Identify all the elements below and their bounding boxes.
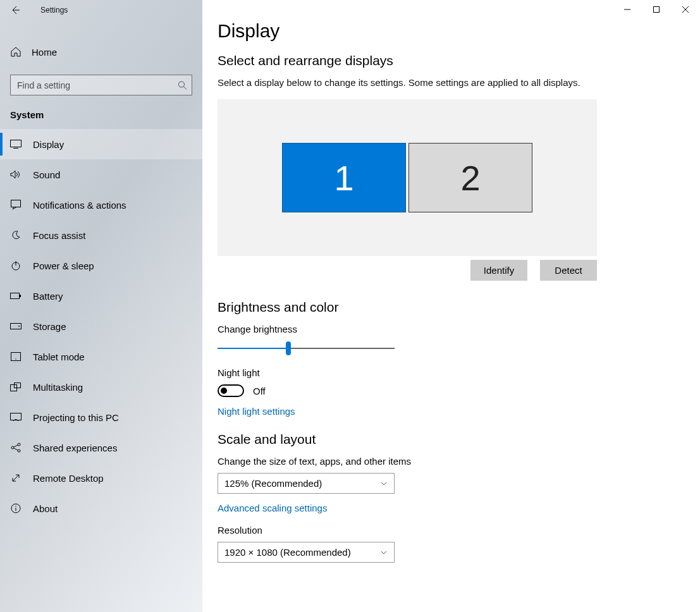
sidebar-item-multitasking[interactable]: Multitasking: [0, 372, 202, 402]
multitasking-icon: [10, 382, 21, 391]
power-icon: [10, 260, 21, 271]
close-button[interactable]: [671, 0, 700, 19]
focus-assist-icon: [10, 230, 21, 240]
window-controls: [613, 0, 700, 19]
back-arrow-icon: [10, 5, 20, 15]
sidebar-item-battery[interactable]: Battery: [0, 281, 202, 311]
page-title: Display: [218, 20, 700, 42]
sidebar-item-storage[interactable]: Storage: [0, 311, 202, 341]
section-brightness-title: Brightness and color: [218, 300, 700, 315]
remote-icon: [10, 473, 21, 483]
projecting-icon: [10, 413, 21, 422]
chevron-down-icon: [380, 480, 388, 487]
notifications-icon: [10, 200, 21, 210]
svg-point-18: [18, 443, 20, 446]
main-panel: Display Select and rearrange displays Se…: [202, 0, 700, 612]
search-icon: [178, 80, 187, 90]
sidebar-item-label: About: [33, 503, 58, 514]
brightness-slider[interactable]: [218, 341, 395, 356]
sidebar-item-label: Shared experiences: [33, 443, 117, 453]
svg-rect-3: [11, 140, 21, 147]
chevron-down-icon: [380, 549, 388, 556]
svg-line-2: [184, 87, 187, 90]
minimize-icon: [624, 6, 630, 13]
night-light-row: Off: [218, 384, 700, 397]
resolution-value: 1920 × 1080 (Recommended): [224, 547, 351, 558]
sidebar-nav: Display Sound Notifications & actions Fo…: [0, 129, 202, 523]
sidebar-item-label: Storage: [33, 321, 66, 332]
sidebar-item-power-sleep[interactable]: Power & sleep: [0, 250, 202, 281]
monitor-2[interactable]: 2: [408, 143, 532, 212]
night-light-state: Off: [253, 386, 266, 396]
brightness-label: Change brightness: [218, 324, 700, 334]
svg-rect-16: [11, 413, 21, 420]
resolution-label: Resolution: [218, 525, 700, 536]
detect-button[interactable]: Detect: [540, 260, 597, 281]
shared-icon: [10, 443, 21, 453]
sidebar-item-remote-desktop[interactable]: Remote Desktop: [0, 463, 202, 493]
sidebar-item-notifications[interactable]: Notifications & actions: [0, 190, 202, 220]
home-icon: [10, 46, 21, 58]
sidebar: Settings Home System Display Sound Notif…: [0, 0, 202, 612]
sidebar-item-tablet-mode[interactable]: Tablet mode: [0, 341, 202, 372]
sidebar-item-label: Battery: [33, 291, 63, 302]
svg-rect-9: [20, 295, 21, 297]
night-light-settings-link[interactable]: Night light settings: [218, 406, 295, 417]
sidebar-category: System: [0, 95, 202, 125]
sidebar-home[interactable]: Home: [0, 38, 202, 66]
sidebar-item-label: Tablet mode: [33, 352, 85, 362]
maximize-icon: [653, 6, 660, 13]
app-title: Settings: [40, 6, 68, 15]
svg-rect-8: [11, 293, 20, 299]
scale-value: 125% (Recommended): [224, 478, 322, 489]
minimize-button[interactable]: [613, 0, 642, 19]
night-light-label: Night light: [218, 367, 700, 378]
identify-button[interactable]: Identify: [470, 260, 527, 281]
close-icon: [682, 6, 689, 13]
slider-thumb[interactable]: [286, 341, 291, 355]
svg-line-20: [14, 445, 18, 447]
svg-line-21: [14, 448, 18, 450]
svg-rect-15: [15, 383, 21, 388]
arrange-button-row: Identify Detect: [218, 260, 597, 281]
slider-fill: [218, 348, 288, 349]
display-arrange-canvas[interactable]: 1 2: [218, 99, 597, 256]
svg-point-19: [18, 450, 20, 452]
section-scale-title: Scale and layout: [218, 432, 700, 447]
monitor-1[interactable]: 1: [282, 143, 406, 212]
sidebar-item-label: Projecting to this PC: [33, 412, 119, 423]
svg-rect-27: [654, 7, 660, 13]
svg-point-13: [15, 358, 16, 359]
scale-label: Change the size of text, apps, and other…: [218, 456, 700, 467]
svg-point-11: [18, 326, 20, 327]
sidebar-item-focus-assist[interactable]: Focus assist: [0, 220, 202, 250]
night-light-toggle[interactable]: [218, 384, 244, 397]
back-button[interactable]: [5, 0, 25, 20]
sidebar-item-label: Remote Desktop: [33, 473, 104, 484]
svg-point-25: [15, 506, 16, 506]
toggle-knob: [221, 388, 227, 394]
sound-icon: [10, 170, 21, 179]
search-wrap: [10, 75, 192, 95]
sidebar-item-label: Multitasking: [33, 382, 83, 393]
scale-dropdown[interactable]: 125% (Recommended): [218, 473, 395, 494]
svg-point-1: [179, 82, 185, 87]
sidebar-item-display[interactable]: Display: [0, 129, 202, 159]
search-input[interactable]: [10, 75, 192, 95]
svg-point-17: [11, 446, 14, 449]
sidebar-item-projecting[interactable]: Projecting to this PC: [0, 402, 202, 432]
battery-icon: [10, 292, 21, 300]
maximize-button[interactable]: [642, 0, 671, 19]
sidebar-item-label: Notifications & actions: [33, 200, 126, 211]
sidebar-item-sound[interactable]: Sound: [0, 159, 202, 190]
sidebar-item-label: Focus assist: [33, 230, 85, 241]
home-label: Home: [32, 47, 57, 58]
sidebar-item-shared-experiences[interactable]: Shared experiences: [0, 432, 202, 463]
section-arrange-desc: Select a display below to change its set…: [218, 77, 660, 88]
display-icon: [10, 140, 21, 149]
about-icon: [10, 503, 21, 513]
advanced-scaling-link[interactable]: Advanced scaling settings: [218, 503, 327, 513]
resolution-dropdown[interactable]: 1920 × 1080 (Recommended): [218, 542, 395, 563]
sidebar-item-label: Sound: [33, 169, 60, 180]
sidebar-item-about[interactable]: About: [0, 493, 202, 523]
